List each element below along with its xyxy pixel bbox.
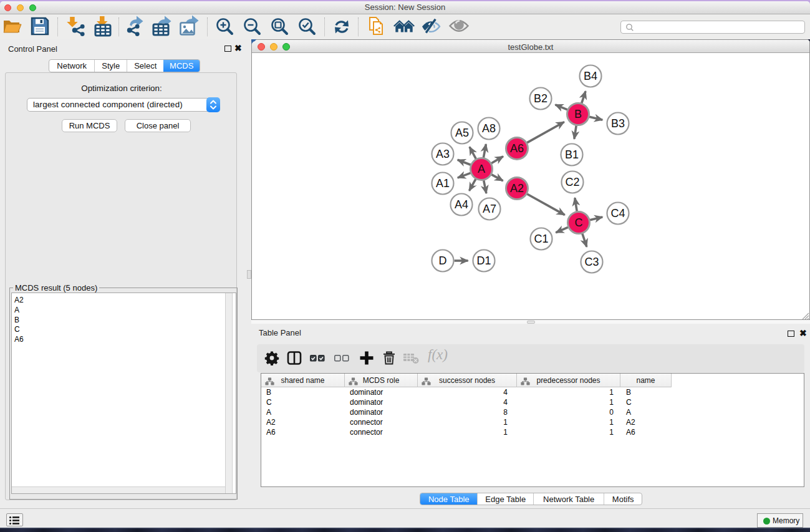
svg-text:B2: B2 — [534, 92, 547, 105]
svg-text:B1: B1 — [565, 148, 579, 161]
svg-text:B4: B4 — [584, 70, 597, 82]
svg-text:A8: A8 — [482, 122, 496, 135]
svg-text:A5: A5 — [455, 127, 469, 139]
svg-text:C2: C2 — [565, 176, 579, 188]
svg-text:A3: A3 — [436, 148, 450, 160]
svg-text:B: B — [574, 108, 582, 120]
svg-text:C: C — [575, 216, 583, 229]
svg-text:A2: A2 — [510, 182, 524, 195]
svg-text:A4: A4 — [455, 198, 468, 211]
svg-text:B3: B3 — [611, 117, 625, 130]
svg-text:C3: C3 — [584, 256, 599, 268]
svg-text:A1: A1 — [436, 177, 450, 190]
svg-text:D1: D1 — [476, 254, 491, 267]
svg-text:A: A — [478, 163, 485, 175]
svg-text:C4: C4 — [610, 207, 625, 220]
svg-text:A7: A7 — [483, 203, 496, 215]
svg-text:A6: A6 — [510, 142, 524, 155]
svg-text:D: D — [439, 254, 447, 267]
svg-text:C1: C1 — [534, 233, 548, 245]
